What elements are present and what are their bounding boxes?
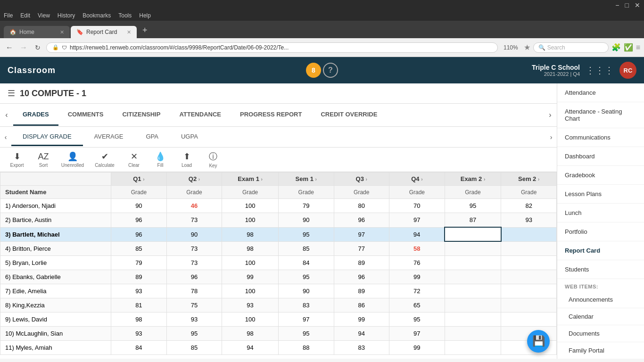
menu-history[interactable]: History xyxy=(58,12,75,19)
grade-cell[interactable] xyxy=(445,241,501,255)
grade-cell[interactable]: 88 xyxy=(278,340,334,354)
sub-tab-ugpa[interactable]: UGPA xyxy=(170,128,209,146)
grade-cell[interactable]: 93 xyxy=(111,326,167,340)
menu-file[interactable]: File xyxy=(4,12,13,19)
grade-cell[interactable]: 84 xyxy=(111,340,167,354)
calculate-button[interactable]: ✔ Calculate xyxy=(92,151,117,168)
back-btn[interactable]: ← xyxy=(4,42,15,53)
extensions-icon[interactable]: 🧩 xyxy=(611,43,621,52)
menu-bookmarks[interactable]: Bookmarks xyxy=(83,12,111,19)
unenrolled-button[interactable]: 👤 Unenrolled xyxy=(60,151,85,168)
grade-cell[interactable]: 83 xyxy=(334,340,389,354)
exam2-header[interactable]: Exam 2 › xyxy=(445,173,501,186)
sidebar-item-lunch[interactable]: Lunch xyxy=(557,204,644,222)
grade-cell[interactable]: 100 xyxy=(222,199,279,213)
menu-view[interactable]: View xyxy=(38,12,50,19)
grade-cell[interactable]: 99 xyxy=(389,270,445,284)
tab-grades[interactable]: GRADES xyxy=(13,104,58,126)
sidebar-item-portfolio[interactable]: Portfolio xyxy=(557,222,644,241)
home-tab-close[interactable]: ✕ xyxy=(60,29,64,35)
grade-cell[interactable]: 90 xyxy=(166,227,222,241)
grade-cell[interactable]: 96 xyxy=(334,270,389,284)
grade-cell[interactable]: 93 xyxy=(222,298,279,312)
sidebar-item-family-portal[interactable]: Family Portal xyxy=(557,342,644,359)
grade-cell[interactable]: 95 xyxy=(445,199,501,213)
grade-cell[interactable]: 46 xyxy=(166,199,222,213)
search-box[interactable]: 🔍 Search xyxy=(533,42,609,53)
new-tab-button[interactable]: + xyxy=(138,24,152,38)
grade-cell[interactable]: 95 xyxy=(166,326,222,340)
grade-cell[interactable]: 89 xyxy=(334,255,389,270)
grade-cell[interactable]: 98 xyxy=(222,326,279,340)
sub-tab-display-grade[interactable]: DISPLAY GRADE xyxy=(11,128,83,146)
grade-cell[interactable]: 75 xyxy=(166,298,222,312)
grade-cell[interactable]: 100 xyxy=(222,284,279,298)
grade-cell[interactable] xyxy=(445,270,501,284)
grade-cell[interactable]: 73 xyxy=(166,241,222,255)
bookmark-icon[interactable]: ★ xyxy=(524,43,530,52)
grade-cell[interactable]: 83 xyxy=(278,298,334,312)
grade-cell[interactable] xyxy=(501,284,557,298)
main-tab-scroll-left[interactable]: ‹ xyxy=(0,104,13,126)
tab-attendance[interactable]: ATTENDANCE xyxy=(170,104,231,126)
grade-cell[interactable]: 97 xyxy=(278,312,334,326)
tab-home[interactable]: 🏠 Home ✕ xyxy=(4,26,70,38)
maximize-btn[interactable]: □ xyxy=(625,1,629,9)
grade-cell[interactable]: 78 xyxy=(166,284,222,298)
sidebar-item-students[interactable]: Students xyxy=(557,260,644,279)
grade-cell[interactable]: 94 xyxy=(389,227,445,241)
tab-citizenship[interactable]: CITIZENSHIP xyxy=(113,104,170,126)
profile-icon[interactable]: ✅ xyxy=(624,43,633,52)
grade-cell[interactable]: 80 xyxy=(334,199,389,213)
grade-cell[interactable]: 90 xyxy=(278,284,334,298)
key-button[interactable]: ⓘ Key xyxy=(204,151,223,168)
grade-cell[interactable]: 65 xyxy=(389,298,445,312)
grade-cell[interactable] xyxy=(501,312,557,326)
forward-btn[interactable]: → xyxy=(18,42,29,53)
grade-cell[interactable]: 82 xyxy=(501,199,557,213)
grade-cell[interactable]: 98 xyxy=(222,227,279,241)
grade-cell[interactable]: 95 xyxy=(278,326,334,340)
grade-cell[interactable]: 99 xyxy=(222,270,279,284)
grade-cell[interactable]: 95 xyxy=(278,227,334,241)
main-tab-scroll-right[interactable]: › xyxy=(544,104,557,126)
grade-cell[interactable] xyxy=(501,255,557,270)
help-button[interactable]: ? xyxy=(323,63,338,78)
avatar[interactable]: RC xyxy=(619,62,636,79)
grade-cell[interactable] xyxy=(501,227,557,241)
sem2-header[interactable]: Sem 2 › xyxy=(501,173,557,186)
minimize-btn[interactable]: − xyxy=(615,1,619,9)
grade-cell[interactable]: 81 xyxy=(111,298,167,312)
grade-cell[interactable]: 89 xyxy=(111,270,167,284)
tab-comments[interactable]: COMMENTS xyxy=(58,104,113,126)
notification-badge[interactable]: 8 xyxy=(306,63,321,78)
hamburger-menu-icon[interactable]: ≡ xyxy=(636,43,640,52)
load-button[interactable]: ⬆ Load xyxy=(177,151,196,168)
menu-tools[interactable]: Tools xyxy=(118,12,132,19)
grade-cell[interactable]: 100 xyxy=(222,255,279,270)
q1-header[interactable]: Q1 › xyxy=(111,173,167,186)
menu-help[interactable]: Help xyxy=(139,12,151,19)
grade-cell[interactable]: 99 xyxy=(389,340,445,354)
grade-cell[interactable]: 79 xyxy=(278,199,334,213)
close-btn[interactable]: ✕ xyxy=(635,1,640,9)
grade-cell[interactable]: 93 xyxy=(501,213,557,228)
sub-tab-gpa[interactable]: GPA xyxy=(134,128,170,146)
sidebar-item-attendance[interactable]: Attendance xyxy=(557,83,644,102)
grade-cell[interactable]: 96 xyxy=(334,213,389,228)
grade-cell[interactable]: 58 xyxy=(389,241,445,255)
grade-cell[interactable]: 93 xyxy=(111,284,167,298)
q3-header[interactable]: Q3 › xyxy=(334,173,389,186)
sidebar-item-calendar[interactable]: Calendar xyxy=(557,308,644,325)
table-container[interactable]: Q1 › Q2 › Exam 1 › Sem 1 › Q3 › Q4 › Exa… xyxy=(0,172,557,359)
q2-header[interactable]: Q2 › xyxy=(166,173,222,186)
export-button[interactable]: ⬇ Export xyxy=(8,151,26,168)
grade-cell[interactable]: 84 xyxy=(278,255,334,270)
grade-cell[interactable]: 79 xyxy=(111,255,167,270)
fill-button[interactable]: 💧 Fill xyxy=(151,151,170,168)
sidebar-item-gradebook[interactable]: Gradebook xyxy=(557,166,644,185)
grade-cell[interactable]: 97 xyxy=(389,326,445,340)
grade-cell[interactable]: 96 xyxy=(166,270,222,284)
sidebar-item-documents[interactable]: Documents xyxy=(557,325,644,342)
sub-tab-scroll-left[interactable]: ‹ xyxy=(0,127,11,148)
